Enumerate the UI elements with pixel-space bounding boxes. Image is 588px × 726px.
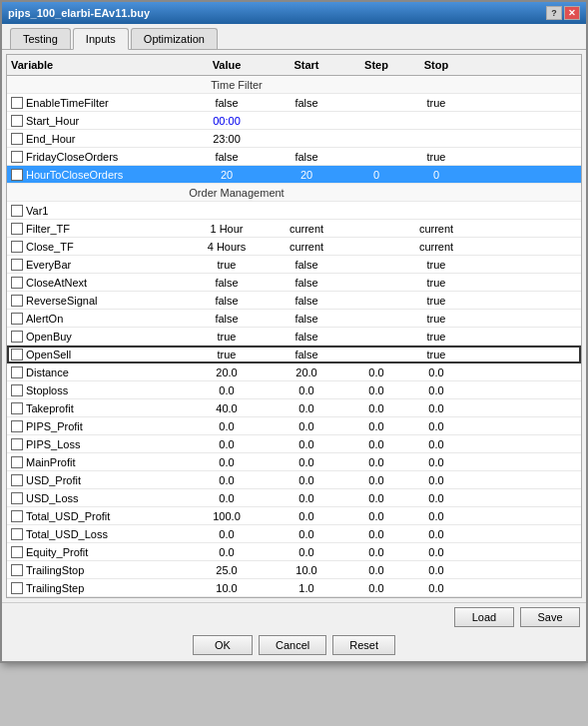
row-checkbox[interactable] bbox=[11, 582, 23, 594]
table-row[interactable]: Stoploss 0.0 0.0 0.0 0.0 bbox=[7, 381, 581, 399]
var-name-label: Distance bbox=[26, 366, 69, 378]
table-row[interactable]: FridayCloseOrders false false true bbox=[7, 148, 581, 166]
row-checkbox[interactable] bbox=[11, 546, 23, 558]
value-cell: 1 Hour bbox=[187, 222, 267, 236]
cancel-button[interactable]: Cancel bbox=[259, 635, 326, 655]
table-row[interactable]: Distance 20.0 20.0 0.0 0.0 bbox=[7, 363, 581, 381]
title-bar: pips_100_elarbi-EAv11.buy ? ✕ bbox=[2, 2, 586, 24]
row-checkbox[interactable] bbox=[11, 205, 23, 217]
row-checkbox[interactable] bbox=[11, 420, 23, 432]
table-row[interactable]: ReverseSignal false false true bbox=[7, 292, 581, 310]
var-name-label: PIPS_Loss bbox=[26, 438, 80, 450]
section-label: Time Filter bbox=[7, 77, 466, 93]
table-row[interactable]: OpenSell true false true bbox=[7, 346, 581, 363]
table-row[interactable]: PIPS_Loss 0.0 0.0 0.0 0.0 bbox=[7, 435, 581, 453]
value-cell: 23:00 bbox=[187, 132, 267, 146]
table-body[interactable]: Time Filter EnableTimeFilter false false… bbox=[7, 76, 581, 597]
help-button[interactable]: ? bbox=[546, 6, 562, 20]
step-cell bbox=[346, 282, 406, 284]
table-row[interactable]: TrailingStep 10.0 1.0 0.0 0.0 bbox=[7, 579, 581, 597]
table-row[interactable]: End_Hour 23:00 bbox=[7, 130, 581, 148]
row-checkbox[interactable] bbox=[11, 277, 23, 289]
table-row[interactable]: OpenBuy true false true bbox=[7, 328, 581, 346]
row-checkbox[interactable] bbox=[11, 313, 23, 325]
stop-cell: 0.0 bbox=[406, 491, 466, 505]
start-cell: current bbox=[267, 240, 346, 254]
var-name-cell: End_Hour bbox=[7, 132, 187, 146]
table-row[interactable]: MainProfit 0.0 0.0 0.0 0.0 bbox=[7, 453, 581, 471]
row-checkbox[interactable] bbox=[11, 564, 23, 576]
step-cell bbox=[346, 354, 406, 356]
stop-cell: current bbox=[406, 222, 466, 236]
value-cell: 25.0 bbox=[187, 563, 267, 577]
table-row[interactable]: AlertOn false false true bbox=[7, 310, 581, 328]
row-checkbox[interactable] bbox=[11, 169, 23, 181]
row-checkbox[interactable] bbox=[11, 438, 23, 450]
var-name-cell: Close_TF bbox=[7, 240, 187, 254]
var-name-label: Var1 bbox=[26, 205, 48, 217]
row-checkbox[interactable] bbox=[11, 510, 23, 522]
row-checkbox[interactable] bbox=[11, 331, 23, 343]
var-name-cell: EveryBar bbox=[7, 258, 187, 272]
table-row[interactable]: Equity_Profit 0.0 0.0 0.0 0.0 bbox=[7, 543, 581, 561]
var-name-label: Close_TF bbox=[26, 241, 74, 253]
row-checkbox[interactable] bbox=[11, 349, 23, 361]
col-value: Value bbox=[187, 57, 267, 73]
table-row[interactable]: HourToCloseOrders 20 20 0 0 bbox=[7, 166, 581, 184]
row-checkbox[interactable] bbox=[11, 474, 23, 486]
var-name-cell: OpenBuy bbox=[7, 330, 187, 344]
table-row[interactable]: USD_Loss 0.0 0.0 0.0 0.0 bbox=[7, 489, 581, 507]
step-cell: 0.0 bbox=[346, 545, 406, 559]
value-cell: false bbox=[187, 150, 267, 164]
var-name-cell: EnableTimeFilter bbox=[7, 96, 187, 110]
row-checkbox[interactable] bbox=[11, 115, 23, 127]
row-checkbox[interactable] bbox=[11, 133, 23, 145]
row-checkbox[interactable] bbox=[11, 402, 23, 414]
tab-testing[interactable]: Testing bbox=[10, 28, 71, 49]
table-row[interactable]: CloseAtNext false false true bbox=[7, 274, 581, 292]
row-checkbox[interactable] bbox=[11, 241, 23, 253]
value-cell: 0.0 bbox=[187, 419, 267, 433]
row-checkbox[interactable] bbox=[11, 223, 23, 235]
save-button[interactable]: Save bbox=[520, 607, 580, 627]
table-row[interactable]: Takeprofit 40.0 0.0 0.0 0.0 bbox=[7, 399, 581, 417]
table-row[interactable]: EveryBar true false true bbox=[7, 256, 581, 274]
start-cell: 1.0 bbox=[267, 581, 346, 595]
row-checkbox[interactable] bbox=[11, 259, 23, 271]
scrollbar-spacer bbox=[466, 57, 478, 73]
row-checkbox[interactable] bbox=[11, 384, 23, 396]
content-area: Variable Value Start Step Stop Time Filt… bbox=[6, 54, 582, 598]
stop-cell bbox=[406, 138, 466, 140]
table-row[interactable]: USD_Profit 0.0 0.0 0.0 0.0 bbox=[7, 471, 581, 489]
row-checkbox[interactable] bbox=[11, 456, 23, 468]
reset-button[interactable]: Reset bbox=[332, 635, 395, 655]
row-checkbox[interactable] bbox=[11, 492, 23, 504]
table-row[interactable]: TrailingStop 25.0 10.0 0.0 0.0 bbox=[7, 561, 581, 579]
section-label: Order Management bbox=[7, 185, 466, 201]
row-checkbox[interactable] bbox=[11, 366, 23, 378]
ok-button[interactable]: OK bbox=[193, 635, 253, 655]
row-checkbox[interactable] bbox=[11, 295, 23, 307]
tab-optimization[interactable]: Optimization bbox=[131, 28, 218, 49]
table-row[interactable]: Total_USD_Loss 0.0 0.0 0.0 0.0 bbox=[7, 525, 581, 543]
load-button[interactable]: Load bbox=[454, 607, 514, 627]
table-row[interactable]: Total_USD_Profit 100.0 0.0 0.0 0.0 bbox=[7, 507, 581, 525]
table-row[interactable]: EnableTimeFilter false false true bbox=[7, 94, 581, 112]
step-cell: 0.0 bbox=[346, 491, 406, 505]
table-row[interactable]: Var1 bbox=[7, 202, 581, 220]
table-row[interactable]: PIPS_Profit 0.0 0.0 0.0 0.0 bbox=[7, 417, 581, 435]
title-bar-buttons: ? ✕ bbox=[546, 6, 580, 20]
col-start: Start bbox=[267, 57, 346, 73]
row-checkbox[interactable] bbox=[11, 151, 23, 163]
table-row[interactable]: Filter_TF 1 Hour current current bbox=[7, 220, 581, 238]
row-checkbox[interactable] bbox=[11, 528, 23, 540]
var-name-cell: Var1 bbox=[7, 204, 187, 218]
tab-inputs[interactable]: Inputs bbox=[73, 28, 129, 50]
table-row[interactable]: Close_TF 4 Hours current current bbox=[7, 238, 581, 256]
table-row[interactable]: Start_Hour 00:00 bbox=[7, 112, 581, 130]
var-name-cell: USD_Loss bbox=[7, 491, 187, 505]
row-checkbox[interactable] bbox=[11, 97, 23, 109]
start-cell: 0.0 bbox=[267, 455, 346, 469]
close-button[interactable]: ✕ bbox=[564, 6, 580, 20]
stop-cell: true bbox=[406, 276, 466, 290]
